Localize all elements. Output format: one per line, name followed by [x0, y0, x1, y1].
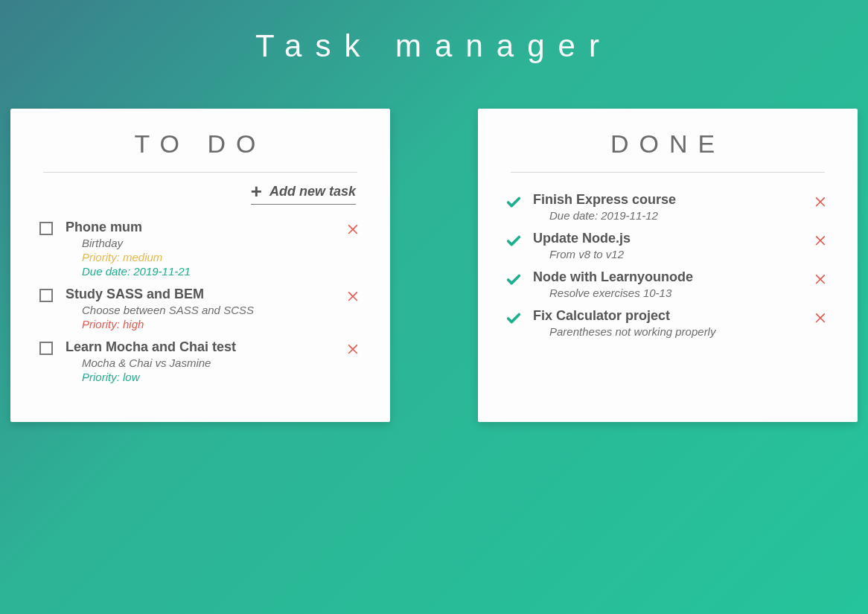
check-icon[interactable]	[505, 194, 522, 211]
done-heading: DONE	[502, 129, 834, 159]
task-title: Finish Express course	[533, 192, 800, 208]
delete-task-button[interactable]	[342, 287, 363, 306]
task-priority: Priority: low	[82, 371, 332, 383]
delete-task-button[interactable]	[342, 339, 363, 359]
task-row: Phone mum Birthday Priority: medium Due …	[34, 220, 366, 278]
close-icon	[813, 310, 828, 327]
divider	[511, 172, 825, 173]
task-row: Learn Mocha and Chai test Mocha & Chai v…	[34, 339, 366, 383]
close-icon	[345, 221, 360, 239]
task-title: Learn Mocha and Chai test	[66, 339, 332, 355]
task-row: Study SASS and BEM Choose between SASS a…	[34, 287, 366, 330]
page-title: Task manager	[0, 0, 868, 64]
check-icon[interactable]	[505, 272, 522, 288]
add-task-button[interactable]: + Add new task	[251, 182, 356, 205]
delete-task-button[interactable]	[810, 231, 831, 250]
close-icon	[345, 341, 360, 359]
task-description: Choose between SASS and SCSS	[82, 304, 332, 316]
task-title: Fix Calculator project	[533, 308, 800, 324]
delete-task-button[interactable]	[810, 269, 831, 289]
done-list: Finish Express course Due date: 2019-11-…	[502, 192, 834, 338]
task-priority: Priority: medium	[82, 251, 332, 263]
task-title: Update Node.js	[533, 231, 800, 246]
check-icon[interactable]	[505, 233, 522, 249]
task-row: Fix Calculator project Parentheses not w…	[502, 308, 834, 338]
delete-task-button[interactable]	[810, 308, 831, 327]
task-description: Birthday	[82, 237, 332, 249]
task-title: Phone mum	[66, 220, 332, 235]
close-icon	[345, 288, 360, 306]
plus-icon: +	[251, 182, 262, 201]
checkbox-icon[interactable]	[39, 222, 53, 235]
delete-task-button[interactable]	[810, 192, 831, 211]
task-row: Finish Express course Due date: 2019-11-…	[502, 192, 834, 222]
done-card: DONE Finish Express course Due date: 201…	[478, 109, 858, 422]
close-icon	[813, 194, 828, 211]
checkbox-icon[interactable]	[39, 342, 53, 355]
todo-heading: TO DO	[34, 129, 366, 159]
task-priority: Priority: high	[82, 318, 332, 330]
check-icon[interactable]	[505, 310, 522, 327]
task-row: Node with Learnyounode Resolve exercises…	[502, 269, 834, 299]
delete-task-button[interactable]	[342, 220, 363, 239]
task-title: Node with Learnyounode	[533, 269, 800, 285]
task-description: Parentheses not working properly	[549, 325, 800, 338]
task-title: Study SASS and BEM	[66, 287, 332, 302]
task-due-date: Due date: 2019-11-21	[82, 265, 332, 278]
task-description: Resolve exercises 10-13	[549, 287, 800, 299]
task-description: Mocha & Chai vs Jasmine	[82, 356, 332, 369]
todo-card: TO DO + Add new task Phone mum Birthday …	[10, 109, 390, 422]
add-task-label: Add new task	[269, 184, 356, 199]
divider	[43, 172, 357, 173]
close-icon	[813, 232, 828, 250]
task-board: TO DO + Add new task Phone mum Birthday …	[0, 109, 868, 422]
checkbox-icon[interactable]	[39, 289, 53, 302]
task-description: From v8 to v12	[549, 248, 800, 260]
close-icon	[813, 271, 828, 289]
task-description: Due date: 2019-11-12	[549, 209, 800, 222]
todo-list: Phone mum Birthday Priority: medium Due …	[34, 220, 366, 383]
task-row: Update Node.js From v8 to v12	[502, 231, 834, 260]
